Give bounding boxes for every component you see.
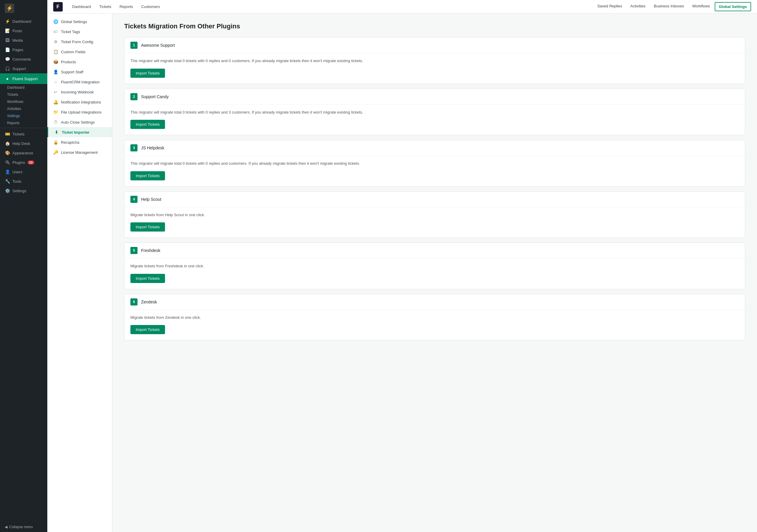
import-button-3[interactable]: Import Tickets <box>131 171 165 180</box>
card-5-description: Migrate tickets from Freshdesk in one cl… <box>131 263 739 269</box>
sidebar-item-comments[interactable]: 💬 Comments <box>0 54 47 64</box>
nav-link-dashboard[interactable]: Dashboard <box>69 3 95 11</box>
sidebar-item-media[interactable]: 🖼 Media <box>0 36 47 45</box>
support-staff-icon: 👤 <box>53 70 58 74</box>
settings-item-recaptcha[interactable]: 🔒 Recaptcha <box>47 137 112 147</box>
nav-global-settings[interactable]: Global Settings <box>715 2 751 11</box>
media-icon: 🖼 <box>5 38 10 43</box>
posts-icon: 📝 <box>5 28 10 33</box>
card-5-body: Migrate tickets from Freshdesk in one cl… <box>125 259 745 289</box>
wp-admin-sidebar: ⚡ ⚡ Dashboard 📝 Posts 🖼 Media 📄 Pages 💬 … <box>0 0 47 532</box>
sidebar-item-fluent-support[interactable]: ● Fluent Support <box>0 73 47 84</box>
collapse-menu-button[interactable]: ◀ Collapse menu <box>0 522 47 532</box>
settings-item-support-staff[interactable]: 👤 Support Staff <box>47 67 112 77</box>
fluent-submenu: Dashboard Tickets Workflows Activities S… <box>0 84 47 127</box>
plugins-icon: 🔌 <box>5 160 10 165</box>
fs-tickets[interactable]: Tickets <box>2 91 47 98</box>
card-1-header: 1 Awesome Support <box>125 38 745 53</box>
settings-item-webhook[interactable]: ↩ Incoming Webhook <box>47 87 112 97</box>
import-button-2[interactable]: Import Tickets <box>131 120 165 129</box>
fs-workflows[interactable]: Workflows <box>2 98 47 105</box>
fs-reports[interactable]: Reports <box>2 119 47 127</box>
card-2-body: This migrator will migrate total 0 ticke… <box>125 105 745 135</box>
sidebar-item-settings[interactable]: ⚙️ Settings <box>0 186 47 196</box>
separator-1 <box>0 128 47 128</box>
fs-dashboard[interactable]: Dashboard <box>2 84 47 91</box>
import-button-1[interactable]: Import Tickets <box>131 69 165 78</box>
migration-card-6: 6 Zendesk Migrate tickets from Zendesk i… <box>124 294 745 341</box>
sidebar-item-helpdesk[interactable]: 🏠 Help Desk <box>0 139 47 148</box>
tools-icon: 🔧 <box>5 179 10 184</box>
card-6-description: Migrate tickets from Zendesk in one clic… <box>131 315 739 321</box>
sidebar-item-pages[interactable]: 📄 Pages <box>0 45 47 54</box>
nav-saved-replies[interactable]: Saved Replies <box>594 2 626 11</box>
migration-card-3: 3 JS Helpdesk This migrator will migrate… <box>124 140 745 187</box>
import-button-5[interactable]: Import Tickets <box>131 274 165 283</box>
license-icon: 🔑 <box>53 150 58 155</box>
sidebar-item-tickets[interactable]: 🎫 Tickets <box>0 129 47 139</box>
settings-item-auto-close[interactable]: ⏱ Auto Close Settings <box>47 117 112 127</box>
webhook-icon: ↩ <box>53 90 58 94</box>
settings-item-global[interactable]: 🌐 Global Settings <box>47 16 112 27</box>
nav-workflows[interactable]: Workflows <box>689 2 713 11</box>
auto-close-icon: ⏱ <box>53 120 58 124</box>
card-1-description: This migrator will migrate total 0 ticke… <box>131 58 739 64</box>
card-3-name: JS Helpdesk <box>141 145 165 150</box>
nav-business-inboxes[interactable]: Business Inboxes <box>650 2 687 11</box>
card-2-header: 2 Support Candy <box>125 89 745 105</box>
settings-item-products[interactable]: 📦 Products <box>47 57 112 67</box>
support-icon: 🎧 <box>5 66 10 71</box>
top-nav: F Dashboard Tickets Reports Customers Sa… <box>47 0 757 14</box>
fs-settings[interactable]: Settings <box>2 112 47 119</box>
top-nav-right: Saved Replies Activities Business Inboxe… <box>594 2 751 11</box>
sidebar-item-users[interactable]: 👤 Users <box>0 167 47 176</box>
custom-fields-icon: 📋 <box>53 49 58 54</box>
main-wrapper: F Dashboard Tickets Reports Customers Sa… <box>47 0 757 532</box>
settings-item-ticket-importer[interactable]: ⬇ Ticket Importer <box>47 127 112 137</box>
sidebar-item-support[interactable]: 🎧 Support <box>0 64 47 73</box>
import-button-6[interactable]: Import Tickets <box>131 325 165 334</box>
fluentcrm-icon: ○ <box>53 79 58 84</box>
settings-item-file-upload[interactable]: 📁 File Upload Integrations <box>47 107 112 117</box>
settings-item-fluentcrm[interactable]: ○ FluentCRM Integration <box>47 77 112 87</box>
fluent-support-logo: F <box>53 2 63 12</box>
sidebar-item-appearance[interactable]: 🎨 Appearance <box>0 148 47 158</box>
card-5-number: 5 <box>131 247 137 254</box>
settings-item-ticket-form[interactable]: ⚙ Ticket Form Config <box>47 37 112 47</box>
fs-activities[interactable]: Activities <box>2 105 47 112</box>
nav-link-reports[interactable]: Reports <box>116 3 136 11</box>
card-1-number: 1 <box>131 42 137 49</box>
ticket-tags-icon: 🏷 <box>53 29 58 34</box>
settings-item-notifications[interactable]: 🔔 Notification Integrations <box>47 97 112 107</box>
import-button-4[interactable]: Import Tickets <box>131 222 165 232</box>
card-6-header: 6 Zendesk <box>125 294 745 310</box>
content-split: 🌐 Global Settings 🏷 Ticket Tags ⚙ Ticket… <box>47 14 757 532</box>
wp-logo-icon: ⚡ <box>5 4 14 13</box>
appearance-icon: 🎨 <box>5 150 10 155</box>
ticket-form-icon: ⚙ <box>53 39 58 44</box>
notifications-icon: 🔔 <box>53 100 58 105</box>
settings-item-ticket-tags[interactable]: 🏷 Ticket Tags <box>47 27 112 37</box>
fluent-icon: ● <box>5 76 10 81</box>
card-4-description: Migrate tickets from Help Scout in one c… <box>131 212 739 218</box>
file-upload-icon: 📁 <box>53 110 58 114</box>
nav-link-customers[interactable]: Customers <box>138 3 164 11</box>
tickets-icon: 🎫 <box>5 132 10 136</box>
card-1-body: This migrator will migrate total 0 ticke… <box>125 53 745 84</box>
products-icon: 📦 <box>53 59 58 64</box>
sidebar-item-dashboard[interactable]: ⚡ Dashboard <box>0 16 47 26</box>
settings-item-custom-fields[interactable]: 📋 Custom Fields <box>47 47 112 57</box>
nav-link-tickets[interactable]: Tickets <box>96 3 115 11</box>
sidebar-item-plugins[interactable]: 🔌 Plugins 13 <box>0 158 47 167</box>
card-4-header: 4 Help Scout <box>125 192 745 207</box>
card-3-description: This migrator will migrate total 0 ticke… <box>131 161 739 167</box>
nav-activities[interactable]: Activities <box>627 2 649 11</box>
card-4-name: Help Scout <box>141 197 161 202</box>
card-5-header: 5 Freshdesk <box>125 243 745 259</box>
settings-item-license[interactable]: 🔑 License Management <box>47 147 112 157</box>
card-3-number: 3 <box>131 144 137 151</box>
pages-icon: 📄 <box>5 47 10 52</box>
recaptcha-icon: 🔒 <box>53 140 58 144</box>
sidebar-item-tools[interactable]: 🔧 Tools <box>0 176 47 186</box>
sidebar-item-posts[interactable]: 📝 Posts <box>0 26 47 36</box>
